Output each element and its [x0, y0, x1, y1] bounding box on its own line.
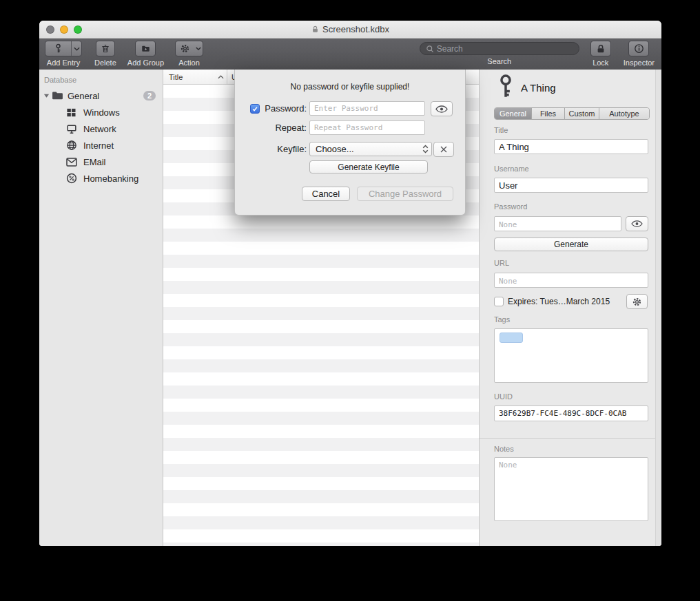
sidebar-item-label: Internet [83, 140, 114, 151]
column-header-title[interactable]: Title [163, 70, 227, 84]
lock-button[interactable] [590, 41, 611, 56]
delete-label: Delete [94, 59, 116, 67]
key-plus-icon [45, 41, 71, 56]
lock-icon [596, 44, 606, 54]
password-input[interactable] [494, 216, 621, 231]
sidebar-item-label: Windows [83, 107, 120, 118]
sheet-keyfile-label: Keyfile: [235, 142, 307, 157]
eye-icon [631, 220, 643, 227]
chevron-down-icon[interactable] [71, 41, 81, 56]
window-title-group: Screenshot.kdbx [311, 24, 389, 34]
minimize-button[interactable] [60, 25, 68, 34]
notes-field-label: Notes [494, 445, 514, 453]
username-input[interactable] [494, 178, 648, 193]
monitor-icon [66, 123, 78, 135]
change-password-sheet: No password or keyfile supplied! Passwor… [234, 70, 466, 215]
generate-keyfile-button[interactable]: Generate Keyfile [309, 160, 428, 173]
sidebar-item-internet[interactable]: Internet [39, 137, 163, 154]
entry-title: A Thing [521, 82, 556, 94]
tags-label: Tags [494, 315, 510, 324]
sort-ascending-icon [218, 75, 224, 79]
add-group-button[interactable] [135, 41, 156, 56]
generate-password-button[interactable]: Generate [494, 238, 648, 251]
sheet-repeat-input[interactable] [309, 120, 425, 135]
sheet-message: No password or keyfile supplied! [235, 82, 465, 92]
sidebar-item-label: Network [83, 124, 116, 134]
search-field[interactable] [420, 42, 579, 55]
keyfile-dropdown[interactable]: Choose... [309, 142, 432, 156]
change-password-button[interactable]: Change Password [357, 187, 453, 201]
window-controls [46, 25, 82, 34]
sheet-reveal-password-button[interactable] [431, 101, 453, 116]
repeat-row: Repeat: [235, 120, 465, 136]
inspector-panel: A Thing General Files Custom Autotype Ti… [479, 70, 661, 546]
stepper-arrows-icon [422, 145, 429, 154]
windows-icon [66, 107, 78, 118]
close-x-icon [440, 145, 448, 154]
desktop: Screenshot.kdbx Add Entry [0, 0, 700, 601]
uuid-field-label: UUID [494, 392, 513, 401]
toolbar-item-lock: Lock [590, 41, 611, 67]
keyfile-row: Keyfile: Choose... [235, 142, 465, 157]
expires-checkbox[interactable] [494, 297, 504, 306]
add-entry-button[interactable] [45, 41, 82, 56]
trash-icon [101, 43, 110, 54]
password-row: Password: [235, 101, 465, 116]
password-checkbox[interactable] [250, 104, 260, 114]
expires-settings-button[interactable] [626, 294, 648, 309]
gear-icon [176, 41, 194, 56]
sheet-password-input[interactable] [309, 101, 425, 116]
entry-count-badge: 2 [143, 91, 156, 101]
uuid-input[interactable] [494, 405, 648, 421]
inspector-scrollbar[interactable] [655, 70, 661, 546]
add-entry-label: Add Entry [47, 59, 80, 67]
disclosure-triangle-icon[interactable] [43, 93, 52, 98]
title-field-label: Title [494, 126, 508, 134]
sidebar-group-label: General [68, 91, 99, 101]
toolbar-item-delete: Delete [94, 41, 116, 67]
tag-chip[interactable] [500, 333, 523, 343]
sidebar-item-homebanking[interactable]: Homebanking [39, 170, 163, 187]
check-icon [251, 105, 258, 112]
notes-textarea[interactable] [494, 457, 648, 521]
toolbar-item-add-group: Add Group [127, 41, 164, 67]
tab-custom[interactable]: Custom [565, 108, 599, 119]
reveal-password-button[interactable] [626, 216, 648, 231]
info-icon [634, 43, 644, 54]
search-input[interactable] [437, 44, 573, 54]
expires-row: Expires: Tues…March 2015 [494, 297, 610, 306]
close-button[interactable] [46, 25, 54, 34]
inspector-label: Inspector [624, 59, 655, 67]
expires-label: Expires: Tues…March 2015 [508, 297, 610, 306]
tab-general[interactable]: General [495, 108, 532, 119]
add-group-label: Add Group [127, 59, 164, 67]
key-icon [496, 74, 515, 101]
url-field-label: URL [494, 259, 509, 267]
sidebar-item-label: Homebanking [83, 173, 138, 184]
zoom-button[interactable] [74, 25, 82, 34]
sidebar-item-windows[interactable]: Windows [39, 104, 163, 120]
tab-files[interactable]: Files [532, 108, 565, 119]
envelope-icon [66, 156, 78, 168]
keyfile-dropdown-value: Choose... [316, 144, 354, 154]
sidebar-item-label: EMail [83, 157, 106, 167]
toolbar-item-search: Search [420, 41, 579, 65]
action-label: Action [178, 59, 200, 67]
url-input[interactable] [494, 273, 648, 288]
gear-icon [632, 297, 642, 307]
tab-autotype[interactable]: Autotype [599, 108, 649, 119]
action-button[interactable] [175, 41, 203, 56]
inspector-button[interactable] [628, 41, 649, 56]
search-icon [426, 45, 434, 53]
sidebar-group-general[interactable]: General 2 [39, 87, 163, 104]
tags-box[interactable] [494, 328, 648, 383]
delete-button[interactable] [96, 41, 115, 56]
sidebar-item-email[interactable]: EMail [39, 154, 163, 170]
title-input[interactable] [494, 139, 648, 154]
toolbar-item-inspector: Inspector [624, 41, 655, 67]
sidebar-item-network[interactable]: Network [39, 120, 163, 137]
folder-icon [52, 90, 65, 102]
toolbar-item-action: Action [175, 41, 203, 67]
clear-keyfile-button[interactable] [433, 142, 454, 157]
cancel-button[interactable]: Cancel [302, 187, 350, 201]
